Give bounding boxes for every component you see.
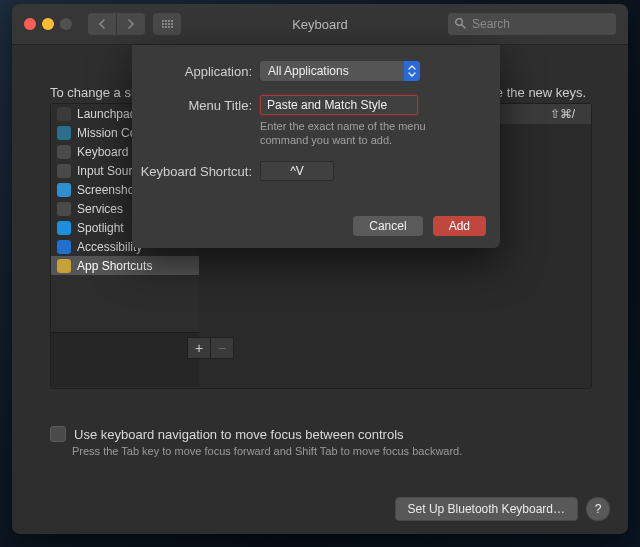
sidebar-item-label: App Shortcuts <box>77 259 152 273</box>
window-body: To change a shortcut, select it, double-… <box>12 45 628 535</box>
preferences-window: Keyboard To change a shortcut, select it… <box>12 4 628 534</box>
keyboard-nav-label: Use keyboard navigation to move focus be… <box>74 427 404 442</box>
keyboard-nav-hint: Press the Tab key to move focus forward … <box>72 445 462 457</box>
bluetooth-keyboard-button[interactable]: Set Up Bluetooth Keyboard… <box>395 497 578 521</box>
sidebar-item[interactable]: App Shortcuts <box>51 256 199 275</box>
close-window-button[interactable] <box>24 18 36 30</box>
minimize-window-button[interactable] <box>42 18 54 30</box>
sidebar-item-icon <box>57 221 71 235</box>
sidebar-item-icon <box>57 202 71 216</box>
forward-button[interactable] <box>117 13 145 35</box>
sidebar-item-icon <box>57 183 71 197</box>
zoom-window-button <box>60 18 72 30</box>
menu-title-label: Menu Title: <box>132 98 252 113</box>
sidebar-item-label: Keyboard <box>77 145 128 159</box>
sidebar-item-icon <box>57 240 71 254</box>
sidebar-item-label: Spotlight <box>77 221 124 235</box>
nav-buttons <box>88 13 145 35</box>
grid-icon <box>162 20 173 28</box>
window-controls <box>24 18 72 30</box>
remove-shortcut-button: − <box>211 337 234 359</box>
svg-point-0 <box>456 18 463 25</box>
titlebar: Keyboard <box>12 4 628 45</box>
cancel-button[interactable]: Cancel <box>353 216 422 236</box>
svg-line-1 <box>462 25 465 28</box>
sidebar-empty-area <box>51 332 199 387</box>
add-shortcut-button[interactable]: + <box>187 337 211 359</box>
shortcut-input[interactable]: ^V <box>260 161 334 181</box>
footer: Set Up Bluetooth Keyboard… ? <box>395 497 610 521</box>
show-all-button[interactable] <box>153 13 181 35</box>
chevron-up-down-icon <box>404 61 420 81</box>
add-shortcut-sheet: Application: All Applications Menu Title… <box>132 45 500 248</box>
sidebar-item-icon <box>57 259 71 273</box>
search-input[interactable] <box>470 16 610 32</box>
shortcut-key: ⇧⌘/ <box>550 107 575 121</box>
application-select[interactable]: All Applications <box>260 61 420 81</box>
application-label: Application: <box>132 64 252 79</box>
sidebar-item-icon <box>57 164 71 178</box>
add-button[interactable]: Add <box>433 216 486 236</box>
search-field-wrap[interactable] <box>448 13 616 35</box>
menu-title-help: Enter the exact name of the menu command… <box>260 119 460 147</box>
keyboard-nav-checkbox[interactable] <box>50 426 66 442</box>
sidebar-item-label: Services <box>77 202 123 216</box>
application-value: All Applications <box>268 64 349 78</box>
add-remove-buttons: + − <box>187 337 234 359</box>
sidebar-item-icon <box>57 145 71 159</box>
shortcut-label: Keyboard Shortcut: <box>132 164 252 179</box>
sidebar-item-icon <box>57 126 71 140</box>
help-button[interactable]: ? <box>586 497 610 521</box>
sidebar-item-icon <box>57 107 71 121</box>
search-icon <box>454 17 466 32</box>
back-button[interactable] <box>88 13 116 35</box>
keyboard-nav-row: Use keyboard navigation to move focus be… <box>50 426 404 442</box>
menu-title-input[interactable]: Paste and Match Style <box>260 95 418 115</box>
